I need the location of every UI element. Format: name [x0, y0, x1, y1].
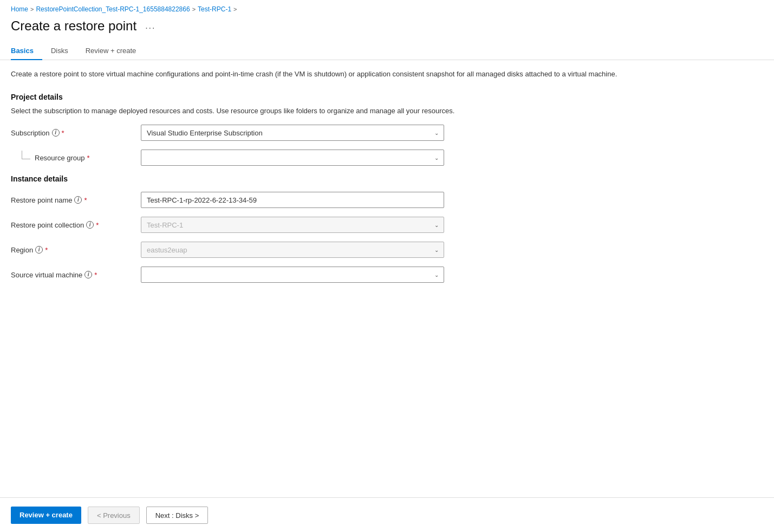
region-label: Region i *: [11, 246, 141, 254]
breadcrumb-sep-3: >: [233, 6, 237, 12]
source-vm-required: *: [94, 271, 97, 279]
restore-point-collection-row: Restore point collection i * Test-RPC-1 …: [11, 217, 763, 233]
breadcrumb-sep-2: >: [192, 6, 196, 12]
restore-point-name-input[interactable]: [141, 192, 444, 208]
restore-point-collection-dropdown[interactable]: Test-RPC-1: [141, 217, 444, 233]
restore-point-name-row: Restore point name i *: [11, 192, 763, 208]
restore-point-collection-info-icon[interactable]: i: [86, 221, 94, 229]
page-header: Create a restore point ...: [0, 16, 774, 42]
source-vm-label-col: Source virtual machine i *: [11, 271, 141, 279]
project-details-section: Project details Select the subscription …: [11, 93, 763, 166]
restore-point-collection-dropdown-wrapper: Test-RPC-1 ⌄: [141, 217, 444, 233]
source-vm-row: Source virtual machine i * ⌄: [11, 267, 763, 283]
source-vm-label: Source virtual machine i *: [11, 271, 141, 279]
region-required: *: [45, 246, 48, 254]
resource-group-required: *: [87, 154, 90, 162]
subscription-label-text: Subscription: [11, 129, 50, 137]
resource-group-dropdown-wrapper: ⌄: [141, 150, 444, 166]
restore-point-collection-label: Restore point collection i *: [11, 221, 141, 229]
restore-point-name-label: Restore point name i *: [11, 196, 141, 204]
resource-group-label-text: Resource group: [35, 154, 85, 162]
restore-point-collection-required: *: [96, 221, 99, 229]
subscription-dropdown[interactable]: Visual Studio Enterprise Subscription: [141, 125, 444, 141]
tab-review-create[interactable]: Review + create: [77, 42, 145, 60]
region-label-col: Region i *: [11, 246, 141, 254]
resource-group-label: Resource group *: [35, 154, 90, 162]
breadcrumb-sep-1: >: [30, 6, 34, 12]
restore-point-name-label-text: Restore point name: [11, 196, 72, 204]
source-vm-dropdown-wrapper: ⌄: [141, 267, 444, 283]
previous-button: < Previous: [88, 507, 140, 524]
restore-point-name-info-icon[interactable]: i: [74, 196, 82, 204]
region-row: Region i * eastus2euap ⌄: [11, 242, 763, 258]
review-create-button[interactable]: Review + create: [11, 507, 81, 524]
resource-group-control: ⌄: [141, 150, 444, 166]
resource-group-row: Resource group * ⌄: [11, 150, 763, 166]
main-content: Create a restore point to store virtual …: [0, 69, 774, 283]
subscription-control: Visual Studio Enterprise Subscription ⌄: [141, 125, 444, 141]
restore-point-collection-label-text: Restore point collection: [11, 221, 84, 229]
restore-point-name-label-col: Restore point name i *: [11, 196, 141, 204]
subscription-label-col: Subscription i *: [11, 129, 141, 137]
breadcrumb: Home > RestorePointCollection_Test-RPC-1…: [0, 0, 774, 16]
project-details-title: Project details: [11, 93, 763, 101]
breadcrumb-home[interactable]: Home: [11, 5, 28, 13]
restore-point-name-control: [141, 192, 444, 208]
source-vm-label-text: Source virtual machine: [11, 271, 82, 279]
resource-group-dropdown[interactable]: [141, 150, 444, 166]
subscription-label: Subscription i *: [11, 129, 141, 137]
tab-bar: Basics Disks Review + create: [0, 42, 774, 60]
tab-disks[interactable]: Disks: [42, 42, 77, 60]
ellipsis-button[interactable]: ...: [142, 20, 159, 32]
instance-details-section: Instance details Restore point name i * …: [11, 174, 763, 283]
project-details-desc: Select the subscription to manage deploy…: [11, 106, 763, 116]
source-vm-info-icon[interactable]: i: [84, 271, 92, 278]
source-vm-dropdown[interactable]: [141, 267, 444, 283]
breadcrumb-rpc[interactable]: Test-RPC-1: [198, 5, 231, 13]
subscription-dropdown-wrapper: Visual Studio Enterprise Subscription ⌄: [141, 125, 444, 141]
subscription-required: *: [62, 129, 64, 137]
next-button[interactable]: Next : Disks >: [146, 507, 209, 524]
region-info-icon[interactable]: i: [35, 246, 43, 254]
region-control: eastus2euap ⌄: [141, 242, 444, 258]
restore-point-collection-control: Test-RPC-1 ⌄: [141, 217, 444, 233]
region-dropdown[interactable]: eastus2euap: [141, 242, 444, 258]
resource-group-connector: [22, 151, 30, 159]
instance-details-title: Instance details: [11, 174, 763, 183]
restore-point-name-required: *: [84, 196, 87, 204]
description-text: Create a restore point to store virtual …: [11, 69, 763, 80]
region-label-text: Region: [11, 246, 33, 254]
restore-point-collection-label-col: Restore point collection i *: [11, 221, 141, 229]
page-title: Create a restore point: [11, 18, 136, 34]
tab-basics[interactable]: Basics: [11, 42, 42, 60]
source-vm-control: ⌄: [141, 267, 444, 283]
breadcrumb-collection[interactable]: RestorePointCollection_Test-RPC-1_165588…: [36, 5, 190, 13]
subscription-row: Subscription i * Visual Studio Enterpris…: [11, 125, 763, 141]
region-dropdown-wrapper: eastus2euap ⌄: [141, 242, 444, 258]
footer: Review + create < Previous Next : Disks …: [0, 497, 774, 532]
subscription-info-icon[interactable]: i: [52, 129, 60, 137]
